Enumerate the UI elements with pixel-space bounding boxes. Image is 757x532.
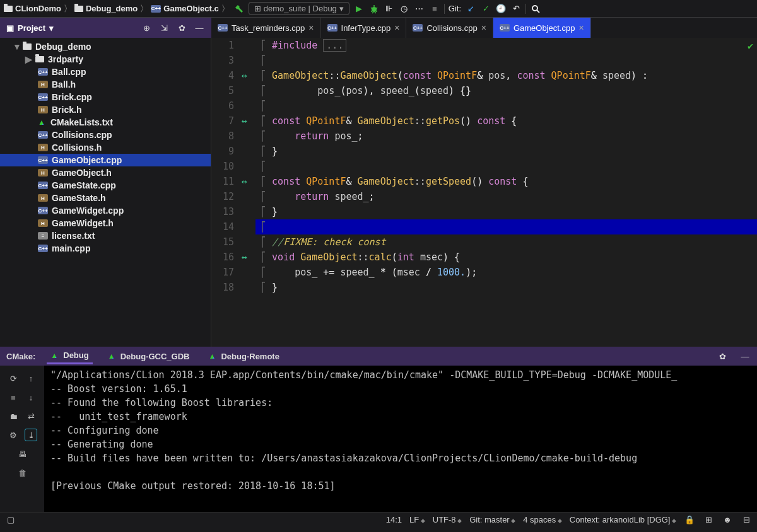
fold-icon[interactable]: ⎡: [261, 191, 266, 202]
git-branch[interactable]: Git: master: [469, 515, 515, 524]
fold-icon[interactable]: ⎡: [261, 146, 266, 157]
tool-window-icon[interactable]: ▢: [5, 514, 16, 526]
tree-file[interactable]: HCollisions.h: [0, 141, 211, 154]
stop-icon[interactable]: ■: [7, 391, 20, 403]
tree-file[interactable]: C++main.cpp: [0, 242, 211, 255]
fold-icon[interactable]: ⎡: [261, 221, 266, 233]
git-update-icon[interactable]: ↙: [465, 3, 476, 14]
up-arrow-icon[interactable]: ↑: [25, 372, 37, 385]
tree-file[interactable]: C++GameWidget.cpp: [0, 204, 211, 217]
close-icon[interactable]: ×: [308, 23, 314, 33]
close-icon[interactable]: ×: [578, 23, 584, 33]
close-icon[interactable]: ×: [394, 23, 399, 33]
tree-file[interactable]: C++GameObject.cpp: [0, 154, 211, 166]
caret-position[interactable]: 14:1: [386, 515, 402, 524]
project-tree[interactable]: ▼Debug_demo▶3rdpartyC++Ball.cppHBall.hC+…: [0, 38, 211, 347]
tree-file[interactable]: C++Ball.cpp: [0, 66, 211, 78]
editor-tab[interactable]: C++GameObject.cpp×: [493, 18, 591, 38]
tree-file[interactable]: HBrick.h: [0, 103, 211, 116]
reload-icon[interactable]: ⟳: [7, 372, 20, 385]
tree-file[interactable]: C++Collisions.cpp: [0, 129, 211, 141]
down-arrow-icon[interactable]: ↓: [25, 391, 37, 403]
code-line[interactable]: ⎡ const QPointF& GameObject::getSpeed() …: [255, 174, 757, 189]
code-line[interactable]: ⎡ const QPointF& GameObject::getPos() co…: [255, 113, 757, 129]
soft-wrap-icon[interactable]: ⇄: [25, 410, 37, 422]
fold-icon[interactable]: ⎡: [261, 252, 266, 263]
cmake-config-tab[interactable]: Debug-Remote: [204, 348, 283, 364]
expand-icon[interactable]: ⇲: [158, 22, 170, 33]
tree-folder[interactable]: ▼Debug_demo: [0, 40, 211, 53]
fold-icon[interactable]: ⎡: [261, 115, 266, 127]
cmake-console[interactable]: "/Applications/CLion 2018.3 EAP.app/Cont…: [44, 366, 757, 512]
gear-icon[interactable]: ✿: [717, 350, 728, 362]
gear-icon[interactable]: ✿: [176, 22, 187, 33]
lock-icon[interactable]: 🔒: [684, 514, 695, 526]
editor-tab[interactable]: C++Task_reminders.cpp×: [211, 18, 321, 38]
inspector-icon[interactable]: ☻: [722, 514, 733, 526]
profile-icon[interactable]: ◷: [399, 3, 410, 14]
code-line[interactable]: ⎡ #include ...: [255, 38, 757, 53]
scroll-to-end-icon[interactable]: ⤓: [25, 429, 37, 441]
memory-icon[interactable]: ⊞: [703, 514, 714, 526]
close-icon[interactable]: ×: [481, 23, 486, 33]
code-line[interactable]: ⎡: [255, 98, 757, 113]
code-line[interactable]: ⎡ pos_ += speed_ * (msec / 1000.);: [255, 265, 757, 280]
code-line[interactable]: ⎡ //FIXME: check const: [255, 234, 757, 250]
fold-icon[interactable]: ⎡: [261, 100, 266, 112]
git-commit-icon[interactable]: ✓: [480, 3, 491, 14]
attach-icon[interactable]: ⋯: [414, 3, 425, 14]
tree-file[interactable]: HGameWidget.h: [0, 217, 211, 229]
context-info[interactable]: Context: arkanoidLib [DGG]: [570, 515, 676, 524]
code-line[interactable]: ⎡ }: [255, 280, 757, 295]
run-config-selector[interactable]: ⊞ demo_suite | Debug ▾: [249, 2, 349, 15]
tree-folder[interactable]: ▶3rdparty: [0, 53, 211, 66]
run-coverage-icon[interactable]: ⊪: [384, 3, 395, 14]
breadcrumb[interactable]: CLionDemo 〉 Debug_demo 〉 C++ GameObject.…: [4, 3, 230, 14]
fold-icon[interactable]: ⎡: [261, 55, 266, 66]
fold-icon[interactable]: ⎡: [261, 40, 266, 51]
fold-icon[interactable]: ⎡: [261, 236, 266, 248]
fold-icon[interactable]: ⎡: [261, 70, 266, 81]
code-line[interactable]: ⎡ }: [255, 204, 757, 219]
code-line[interactable]: ⎡ GameObject::GameObject(const QPointF& …: [255, 68, 757, 83]
code-line[interactable]: ⎡ }: [255, 144, 757, 159]
code-editor[interactable]: ✔ 134↔567↔891011↔1213141516↔1718 ⎡ #incl…: [211, 38, 757, 347]
menu-icon[interactable]: ⊟: [741, 514, 752, 526]
cmake-config-tab[interactable]: Debug-GCC_GDB: [104, 348, 194, 364]
locate-icon[interactable]: ⊕: [141, 22, 152, 33]
hide-icon[interactable]: —: [739, 350, 751, 362]
gear-icon[interactable]: ⚙: [7, 429, 20, 441]
tree-file[interactable]: HBall.h: [0, 78, 211, 91]
code-line[interactable]: ⎡ return speed_;: [255, 189, 757, 204]
tree-file[interactable]: HGameState.h: [0, 192, 211, 204]
tree-file[interactable]: ≡license.txt: [0, 229, 211, 242]
tree-file[interactable]: CMakeLists.txt: [0, 116, 211, 129]
tree-file[interactable]: C++Brick.cpp: [0, 91, 211, 103]
git-revert-icon[interactable]: ↶: [510, 3, 522, 14]
fold-icon[interactable]: ⎡: [261, 282, 266, 293]
code-line[interactable]: ⎡: [255, 219, 757, 234]
git-history-icon[interactable]: 🕘: [495, 3, 507, 14]
code-line[interactable]: ⎡: [255, 159, 757, 174]
tree-file[interactable]: C++GameState.cpp: [0, 179, 211, 192]
project-view-selector[interactable]: ▣ Project ▾: [0, 23, 60, 33]
fold-icon[interactable]: ⎡: [261, 267, 266, 278]
debug-icon[interactable]: [368, 3, 380, 14]
code-line[interactable]: ⎡ void GameObject::calc(int msec) {: [255, 250, 757, 265]
trash-icon[interactable]: 🗑: [16, 466, 28, 479]
gutter[interactable]: 134↔567↔891011↔1213141516↔1718: [211, 38, 255, 347]
code-line[interactable]: ⎡: [255, 53, 757, 68]
fold-icon[interactable]: ⎡: [261, 130, 266, 142]
indent-info[interactable]: 4 spaces: [523, 515, 562, 524]
folder-settings-icon[interactable]: 🖿: [7, 410, 20, 422]
code-line[interactable]: ⎡ return pos_;: [255, 129, 757, 144]
hammer-build-icon[interactable]: [233, 3, 245, 14]
cmake-config-tab[interactable]: Debug: [47, 348, 92, 364]
fold-icon[interactable]: ⎡: [261, 85, 266, 96]
run-icon[interactable]: ▶: [353, 3, 365, 14]
editor-tab[interactable]: C++InferType.cpp×: [321, 18, 407, 38]
stop-icon[interactable]: ■: [429, 3, 440, 14]
search-icon[interactable]: [530, 3, 541, 14]
fold-icon[interactable]: ⎡: [261, 206, 266, 217]
file-encoding[interactable]: UTF-8: [433, 515, 462, 524]
